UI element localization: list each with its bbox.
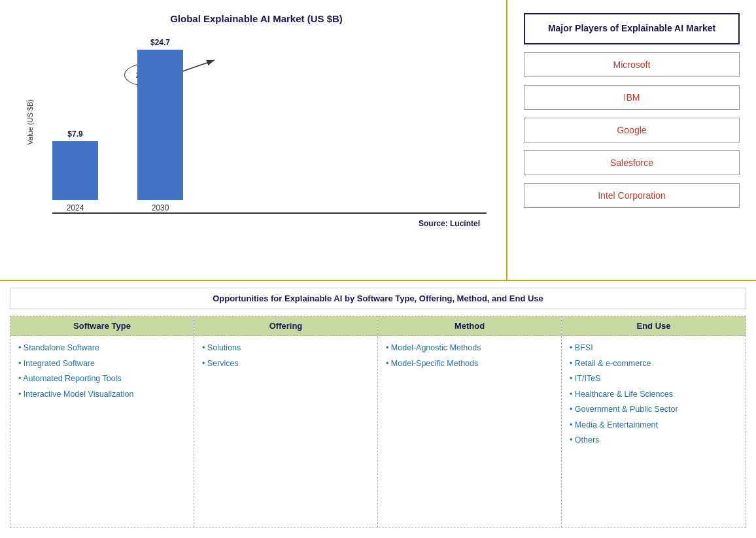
chart-area: Global Explainable AI Market (US $B) Val…	[0, 0, 507, 280]
opp-header-enduse: End Use	[562, 316, 746, 336]
opp-item-0-0: Standalone Software	[18, 343, 186, 354]
bar-2030	[137, 50, 183, 200]
source-text: Source: Lucintel	[20, 219, 493, 228]
x-axis-line	[52, 212, 487, 214]
players-title: Major Players of Explainable AI Market	[524, 13, 740, 44]
bar-group-2024: $7.9 2024	[52, 129, 98, 212]
player-ibm: IBM	[524, 85, 740, 110]
opportunities-title: Opportunities for Explainable AI by Soft…	[10, 288, 746, 309]
opp-item-0-2: Automated Reporting Tools	[18, 373, 186, 385]
opp-item-2-1: Model-Specific Methods	[386, 358, 553, 370]
opp-body-method: Model-Agnostic Methods Model-Specific Me…	[378, 336, 561, 528]
opp-col-method: Method Model-Agnostic Methods Model-Spec…	[378, 316, 562, 528]
top-section: Global Explainable AI Market (US $B) Val…	[0, 0, 756, 281]
player-google: Google	[524, 118, 740, 143]
chart-title: Global Explainable AI Market (US $B)	[170, 13, 343, 24]
players-area: Major Players of Explainable AI Market M…	[507, 0, 756, 280]
opp-body-software: Standalone Software Integrated Software …	[10, 336, 194, 528]
bars-container: $7.9 2024	[39, 31, 500, 212]
opp-item-1-1: Services	[202, 358, 369, 370]
opportunities-grid: Software Type Standalone Software Integr…	[10, 316, 746, 528]
opp-body-offering: Solutions Services	[194, 336, 377, 528]
opp-header-method: Method	[378, 316, 561, 336]
opp-item-3-6: Others	[570, 435, 738, 446]
opp-item-0-1: Integrated Software	[18, 358, 186, 370]
opp-item-0-3: Interactive Model Visualization	[18, 389, 186, 401]
bottom-section: Opportunities for Explainable AI by Soft…	[0, 281, 756, 538]
bar-label-2030: 2030	[152, 203, 169, 212]
bar-value-2024: $7.9	[67, 129, 82, 139]
opp-item-3-2: IT/ITeS	[570, 373, 738, 385]
opp-header-software: Software Type	[10, 316, 194, 336]
player-microsoft: Microsoft	[524, 52, 740, 77]
opp-item-3-5: Media & Entertainment	[570, 420, 738, 431]
opp-item-3-4: Government & Public Sector	[570, 404, 738, 416]
opp-col-software: Software Type Standalone Software Integr…	[10, 316, 194, 528]
opp-item-2-0: Model-Agnostic Methods	[386, 343, 553, 354]
chart-inner: $7.9 2024	[39, 31, 500, 214]
player-salesforce: Salesforce	[524, 150, 740, 175]
bar-2024	[52, 141, 98, 200]
opp-item-3-3: Healthcare & Life Sciences	[570, 389, 738, 401]
opp-col-offering: Offering Solutions Services	[194, 316, 378, 528]
opp-body-enduse: BFSI Retail & e-commerce IT/ITeS Healthc…	[562, 336, 746, 528]
y-axis-label: Value (US $B)	[26, 99, 34, 145]
opp-header-offering: Offering	[194, 316, 377, 336]
main-container: Global Explainable AI Market (US $B) Val…	[0, 0, 756, 538]
opp-item-1-0: Solutions	[202, 343, 369, 354]
bar-value-2030: $24.7	[150, 38, 170, 47]
opp-item-3-0: BFSI	[570, 343, 738, 354]
chart-wrapper: Value (US $B) $7.9 2024	[26, 31, 500, 214]
bar-label-2024: 2024	[67, 203, 84, 212]
opp-item-3-1: Retail & e-commerce	[570, 358, 738, 370]
opp-col-enduse: End Use BFSI Retail & e-commerce IT/ITeS…	[562, 316, 746, 528]
bar-group-2030: $24.7 2030	[137, 38, 183, 212]
player-intel: Intel Corporation	[524, 183, 740, 208]
